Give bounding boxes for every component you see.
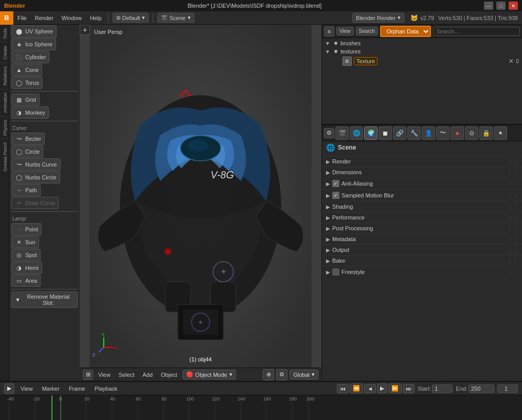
timeline-playback-btn[interactable]: Playback [92, 382, 121, 395]
monkey-button[interactable]: ◑Monkey [11, 106, 49, 119]
texture-x-icon[interactable]: ✕ [509, 58, 514, 65]
point-lamp-button[interactable]: ·Point [11, 223, 42, 235]
mb-checkbox[interactable]: ✓ [332, 192, 339, 199]
props-icon-world[interactable]: 🌍 [364, 126, 377, 140]
outliner-row-texture[interactable]: ⊞ Texture ✕ 0 [330, 56, 522, 67]
uv-sphere-button[interactable]: ⬤UV Sphere [11, 25, 57, 38]
torus-button[interactable]: ◯Torus [11, 77, 43, 89]
separator-2 [153, 13, 153, 23]
props-icon-material[interactable]: ⊙ [465, 126, 478, 140]
mode-selector[interactable]: 🔴 Object Mode ▾ [183, 370, 236, 379]
menu-render[interactable]: Render [31, 11, 58, 25]
section-metadata[interactable]: ▶ Metadata ⋮⋮ [322, 233, 522, 244]
sun-lamp-button[interactable]: ☀Sun [11, 236, 39, 248]
section-bake[interactable]: ▶ Bake ⋮⋮ [322, 255, 522, 266]
remove-material-slot-button[interactable]: ▼ Remove Material Slot: [11, 291, 78, 308]
nurbs-circle-button[interactable]: ◯Nurbs Circle [11, 171, 60, 184]
ico-sphere-button[interactable]: ◈Ico Sphere [11, 38, 56, 50]
viewport-props-btn[interactable]: ⚙ [276, 369, 287, 380]
section-freestyle[interactable]: ▶ Freestyle ⋮⋮ [322, 266, 522, 278]
section-motion-blur[interactable]: ▶ ✓ Sampled Motion Blur ⋮⋮ [322, 189, 522, 201]
jump-start-btn[interactable]: ⏮ [337, 384, 349, 393]
timeline-marker-btn[interactable]: Marker [39, 382, 63, 395]
circle-button[interactable]: ◯Circle [11, 145, 43, 158]
render-engine-btn[interactable]: Blender Render ▾ [352, 13, 404, 23]
nurbs-curve-button[interactable]: 〜Nurbs Curve [11, 158, 61, 171]
section-dimensions[interactable]: ▶ Dimensions ⋮⋮ [322, 167, 522, 177]
viewport-object-menu-btn[interactable]: Object [158, 368, 181, 381]
svg-text:✦: ✦ [220, 267, 227, 276]
timeline-ruler[interactable]: -40 -20 0 20 40 60 80 100 120 [0, 395, 522, 420]
bezier-button[interactable]: 〜Bezier [11, 133, 45, 145]
spot-lamp-button[interactable]: ◎Spot [11, 249, 41, 261]
aa-label: Anti-Aliasing [341, 180, 373, 187]
section-render[interactable]: ▶ Render ⋮⋮ [322, 156, 522, 167]
hemi-lamp-button[interactable]: ◑Hemi [11, 262, 42, 274]
editor-type-btn[interactable]: ⊞ Default ▾ [113, 13, 149, 23]
props-icon-particles[interactable]: 👤 [422, 126, 435, 140]
aa-checkbox[interactable]: ✓ [332, 180, 339, 187]
menu-window[interactable]: Window [58, 11, 86, 25]
section-performance[interactable]: ▶ Performance ⋮⋮ [322, 212, 522, 223]
props-icon-object[interactable]: ◼ [379, 126, 392, 140]
props-icon-physics[interactable]: 〜 [436, 126, 449, 140]
svg-text:120: 120 [212, 396, 220, 401]
vtab-physics[interactable]: Physics [0, 116, 9, 139]
viewport-snap-btn[interactable]: ⊕ [263, 369, 274, 380]
pivot-selector[interactable]: Global ▾ [290, 370, 318, 379]
outliner-filter-select[interactable]: Orphan Data [380, 26, 431, 37]
draw-curve-button[interactable]: ✏Draw Curve [11, 197, 59, 209]
menu-file[interactable]: File [13, 11, 31, 25]
minimize-button[interactable]: — [484, 2, 493, 10]
step-forward-btn[interactable]: ⏩ [388, 384, 402, 393]
props-icon-texture[interactable]: 🔒 [479, 126, 493, 140]
timeline-view-btn[interactable]: View [17, 382, 36, 395]
outliner-view-btn[interactable]: View [336, 27, 354, 35]
timeline-frame-btn[interactable]: Frame [66, 382, 88, 395]
viewport-add-btn[interactable]: + [80, 25, 90, 35]
viewport-canvas[interactable]: User Persp [80, 25, 321, 368]
dimensions-right: ⋮⋮ [508, 170, 518, 175]
jump-end-btn[interactable]: ⏭ [403, 384, 415, 393]
outliner-row-textures[interactable]: ▼ textures [322, 47, 522, 56]
cone-button[interactable]: ▲Cone [11, 64, 42, 76]
section-output[interactable]: ▶ Output ⋮⋮ [322, 244, 522, 255]
viewport-add-menu-btn[interactable]: Add [139, 368, 156, 381]
area-lamp-button[interactable]: ▭Area [11, 275, 41, 287]
cylinder-button[interactable]: ⬛Cylinder [11, 51, 49, 63]
props-icon-data[interactable]: 🔺 [451, 126, 464, 140]
outliner-row-brushes[interactable]: ▼ brushes [322, 39, 522, 47]
viewport: + User Persp [80, 25, 321, 381]
current-frame-input[interactable] [497, 385, 518, 393]
outliner-search-btn[interactable]: Search [356, 27, 379, 35]
grid-button[interactable]: ▦Grid [11, 94, 40, 106]
props-icon-constraints[interactable]: 🔗 [393, 126, 406, 140]
menu-help[interactable]: Help [86, 11, 106, 25]
close-button[interactable]: ✕ [509, 2, 518, 10]
play-pause-btn[interactable]: ▶ [377, 384, 387, 393]
vtab-tools[interactable]: Tools [0, 25, 9, 42]
step-back-btn[interactable]: ⏪ [350, 384, 363, 393]
vtab-relations[interactable]: Relations [0, 63, 9, 89]
maximize-button[interactable]: □ [496, 2, 506, 10]
viewport-view-btn[interactable]: View [95, 368, 114, 381]
props-icon-modifiers[interactable]: 🔧 [407, 126, 421, 140]
play-back-btn[interactable]: ◄ [364, 384, 376, 393]
vtab-animation[interactable]: Animation [0, 89, 9, 116]
end-frame-input[interactable] [469, 385, 494, 393]
section-post-processing[interactable]: ▶ Post Processing ⋮⋮ [322, 223, 522, 233]
vtab-grease-pencil[interactable]: Grease Pencil [0, 139, 9, 175]
outliner-search-input[interactable] [433, 27, 520, 36]
props-icon-render[interactable]: 🎬 [335, 126, 349, 140]
section-shading[interactable]: ▶ Shading ⋮⋮ [322, 201, 522, 212]
vtab-create[interactable]: Create [0, 42, 9, 63]
props-icon-bone[interactable]: ✦ [494, 126, 507, 140]
svg-point-23 [164, 248, 172, 256]
viewport-select-btn[interactable]: Select [116, 368, 138, 381]
props-icon-scene[interactable]: 🌐 [350, 126, 363, 140]
scene-btn[interactable]: 🎬 Scene ▾ [157, 13, 194, 23]
section-antialiasing[interactable]: ▶ ✓ Anti-Aliasing ⋮⋮ [322, 177, 522, 189]
texture-count: 0 [516, 58, 519, 64]
start-frame-input[interactable] [432, 385, 453, 393]
path-button[interactable]: →Path [11, 184, 41, 196]
